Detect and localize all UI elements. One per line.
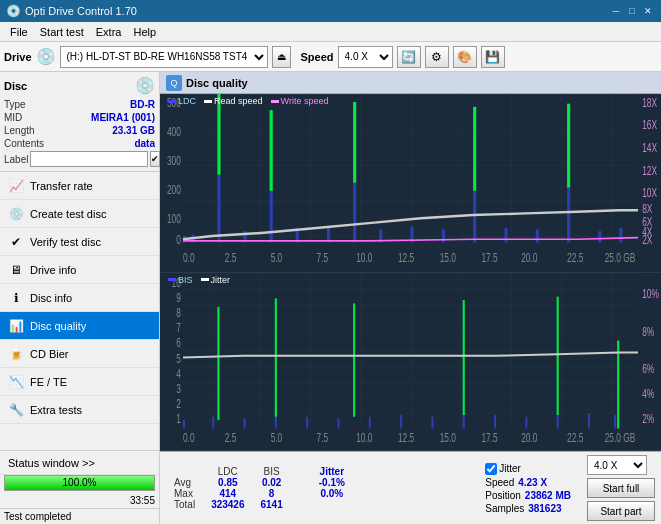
start-full-button[interactable]: Start full (587, 478, 655, 498)
maximize-button[interactable]: □ (625, 4, 639, 18)
svg-rect-96 (463, 300, 465, 415)
color-button[interactable]: 🎨 (453, 46, 477, 68)
disc-quality-icon: 📊 (8, 318, 24, 334)
ldc-header: LDC (203, 466, 252, 477)
verify-test-disc-icon: ✔ (8, 234, 24, 250)
menu-extra[interactable]: Extra (90, 24, 128, 40)
svg-text:1: 1 (176, 411, 181, 425)
samples-value: 381623 (528, 503, 561, 514)
avg-ldc: 0.85 (203, 477, 252, 488)
svg-rect-80 (244, 418, 246, 428)
samples-label: Samples (485, 503, 524, 514)
minimize-button[interactable]: ─ (609, 4, 623, 18)
fe-te-icon: 📉 (8, 374, 24, 390)
menu-file[interactable]: File (4, 24, 34, 40)
disc-quality-header-icon: Q (166, 75, 182, 91)
nav-item-disc-quality[interactable]: 📊 Disc quality (0, 312, 159, 340)
svg-rect-82 (306, 416, 308, 428)
legend-write-speed: Write speed (271, 96, 329, 106)
svg-rect-49 (567, 104, 570, 188)
length-value: 23.31 GB (112, 125, 155, 136)
svg-text:12.5: 12.5 (398, 430, 414, 444)
svg-rect-47 (353, 102, 356, 183)
nav-item-fe-te-label: FE / TE (30, 376, 67, 388)
refresh-button[interactable]: 🔄 (397, 46, 421, 68)
svg-text:4%: 4% (642, 386, 654, 400)
chart1-legend: LDC Read speed Write speed (168, 96, 328, 106)
disc-panel-title: Disc (4, 80, 27, 92)
svg-text:2.5: 2.5 (225, 430, 237, 444)
disc-quality-header: Q Disc quality (160, 72, 661, 94)
contents-value: data (134, 138, 155, 149)
disc-info-icon: ℹ (8, 290, 24, 306)
svg-rect-88 (494, 415, 496, 429)
disc-panel: Disc 💿 Type BD-R MID MEIRA1 (001) Length… (0, 72, 159, 172)
label-input[interactable] (30, 151, 148, 167)
svg-text:15.0: 15.0 (440, 250, 456, 264)
jitter-checkbox[interactable] (485, 463, 497, 475)
position-value: 23862 MB (525, 490, 571, 501)
svg-rect-45 (217, 94, 220, 175)
svg-text:18X: 18X (642, 95, 657, 109)
svg-rect-93 (217, 306, 219, 419)
stats-avg-row: Avg 0.85 0.02 -0.1% (166, 477, 353, 488)
nav-item-drive-info[interactable]: 🖥 Drive info (0, 256, 159, 284)
extra-tests-icon: 🔧 (8, 402, 24, 418)
label-confirm-button[interactable]: ✔ (150, 151, 160, 167)
menu-help[interactable]: Help (127, 24, 162, 40)
nav-item-transfer-rate[interactable]: 📈 Transfer rate (0, 172, 159, 200)
svg-rect-95 (353, 303, 355, 416)
svg-rect-86 (431, 416, 433, 428)
svg-rect-48 (473, 107, 476, 191)
avg-bis: 0.02 (253, 477, 291, 488)
ldc-legend-label: LDC (178, 96, 196, 106)
drive-select[interactable]: (H:) HL-DT-ST BD-RE WH16NS58 TST4 (60, 46, 268, 68)
avg-jitter: -0.1% (311, 477, 353, 488)
jitter-legend-label: Jitter (211, 275, 231, 285)
svg-text:6: 6 (176, 335, 181, 349)
close-button[interactable]: ✕ (641, 4, 655, 18)
svg-text:15.0: 15.0 (440, 430, 456, 444)
progress-text: 100.0% (5, 476, 154, 490)
status-bar: Test completed (0, 508, 159, 524)
nav-item-verify-test-disc[interactable]: ✔ Verify test disc (0, 228, 159, 256)
svg-text:20.0: 20.0 (521, 430, 537, 444)
eject-button[interactable]: ⏏ (272, 46, 291, 68)
ldc-legend-dot (168, 100, 176, 103)
start-part-button[interactable]: Start part (587, 501, 655, 521)
svg-text:12.5: 12.5 (398, 250, 414, 264)
svg-rect-83 (337, 418, 339, 428)
legend-read-speed: Read speed (204, 96, 263, 106)
save-button[interactable]: 💾 (481, 46, 505, 68)
nav-item-extra-tests[interactable]: 🔧 Extra tests (0, 396, 159, 424)
position-label: Position (485, 490, 521, 501)
svg-text:2.5: 2.5 (225, 250, 237, 264)
stats-speed-select[interactable]: 4.0 X (587, 455, 647, 475)
position-row: Position 23862 MB (485, 490, 571, 501)
nav-item-fe-te[interactable]: 📉 FE / TE (0, 368, 159, 396)
svg-text:10.0: 10.0 (356, 430, 372, 444)
svg-text:8%: 8% (642, 323, 654, 337)
mid-label: MID (4, 112, 22, 123)
nav-items: 📈 Transfer rate 💿 Create test disc ✔ Ver… (0, 172, 159, 450)
sidebar: Disc 💿 Type BD-R MID MEIRA1 (001) Length… (0, 72, 160, 524)
nav-item-disc-info[interactable]: ℹ Disc info (0, 284, 159, 312)
nav-item-create-test-disc[interactable]: 💿 Create test disc (0, 200, 159, 228)
settings-button[interactable]: ⚙ (425, 46, 449, 68)
drive-info-icon: 🖥 (8, 262, 24, 278)
svg-text:200: 200 (167, 182, 181, 196)
status-window-link[interactable]: Status window >> (0, 451, 159, 475)
svg-rect-40 (504, 228, 507, 243)
write-speed-legend-label: Write speed (281, 96, 329, 106)
nav-item-cd-bier[interactable]: 🍺 CD Bier (0, 340, 159, 368)
transfer-rate-icon: 📈 (8, 178, 24, 194)
nav-item-disc-info-label: Disc info (30, 292, 72, 304)
svg-text:14X: 14X (642, 140, 657, 154)
speed-row-value: 4.23 X (518, 477, 547, 488)
svg-rect-90 (557, 415, 559, 429)
status-time: 33:55 (0, 495, 159, 508)
menu-start-test[interactable]: Start test (34, 24, 90, 40)
jitter-header: Jitter (311, 466, 353, 477)
legend-ldc: LDC (168, 96, 196, 106)
speed-select[interactable]: 4.0 X 1.0 X 2.0 X 6.0 X 8.0 X (338, 46, 393, 68)
